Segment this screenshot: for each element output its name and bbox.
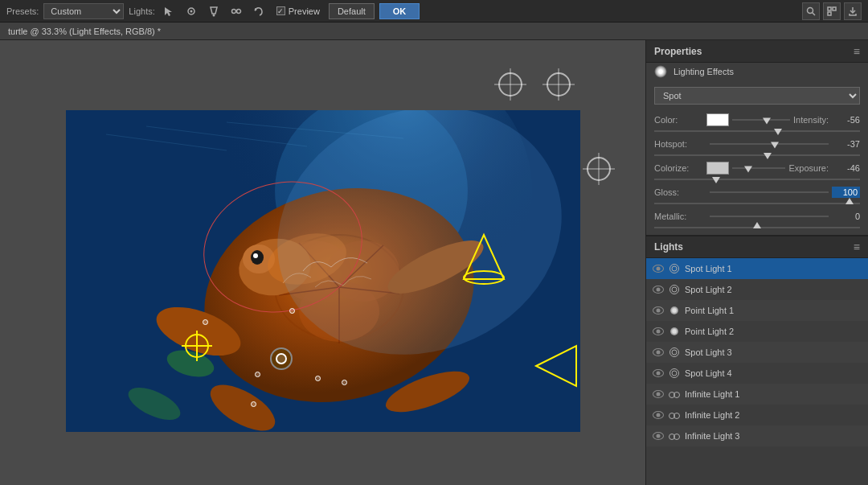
- light-type-icon: [669, 368, 680, 379]
- svg-point-2: [212, 14, 215, 16]
- light-item[interactable]: Spot Light 3: [646, 342, 868, 363]
- control-dot-4[interactable]: [315, 376, 321, 381]
- cursor-tool-btn[interactable]: [160, 2, 178, 20]
- light-type-icon: [669, 326, 680, 337]
- exposure-track[interactable]: [654, 179, 860, 180]
- preview-btn[interactable]: ✓ Preview: [272, 5, 324, 18]
- svg-rect-8: [828, 7, 831, 10]
- properties-panel-header: Properties ≡: [646, 40, 868, 63]
- metallic-track[interactable]: [654, 227, 860, 228]
- light-type-icon: [669, 347, 680, 358]
- light-item[interactable]: Point Light 2: [646, 321, 868, 342]
- light-name: Infinite Light 3: [685, 431, 862, 441]
- lights-header: Lights ≡: [646, 236, 868, 258]
- light-type-icon: [669, 409, 680, 421]
- lighting-effects-label: Lighting Effects: [674, 67, 734, 76]
- gloss-value: 100: [832, 187, 860, 198]
- svg-marker-42: [536, 346, 576, 386]
- spot-select[interactable]: Spot: [654, 87, 860, 105]
- preview-checkbox: ✓: [276, 6, 285, 15]
- lighting-effects-row: Lighting Effects: [646, 63, 868, 80]
- eye-icon[interactable]: [653, 369, 664, 377]
- lights-menu-icon[interactable]: ≡: [854, 240, 860, 253]
- hotspot-slider[interactable]: [710, 138, 829, 150]
- control-dot-3[interactable]: [255, 372, 260, 377]
- canvas-image[interactable]: [66, 110, 580, 432]
- hotspot-row: Hotspot: -37: [646, 135, 868, 153]
- corner-crosshair-1[interactable]: [498, 72, 522, 97]
- eye-icon[interactable]: [653, 390, 664, 398]
- control-dot-6[interactable]: [251, 401, 256, 407]
- spot-dropdown-row[interactable]: Spot: [654, 87, 860, 105]
- metallic-label: Metallic:: [654, 212, 706, 221]
- toolbar: Presets: Custom Lights: ✓ Preview Defaul…: [0, 0, 868, 23]
- light-name: Point Light 1: [685, 306, 862, 315]
- eye-icon[interactable]: [653, 411, 664, 419]
- intensity-track[interactable]: [654, 130, 860, 132]
- presets-select[interactable]: Custom: [43, 3, 124, 19]
- light-item[interactable]: Spot Light 1: [646, 258, 868, 279]
- svg-line-7: [813, 12, 816, 15]
- exposure-slider[interactable]: [732, 162, 785, 175]
- lights-title: Lights: [654, 241, 854, 253]
- eye-icon[interactable]: [653, 306, 664, 314]
- light-item[interactable]: Point Light 1: [646, 300, 868, 321]
- presets-label: Presets:: [6, 6, 39, 16]
- hotspot-track[interactable]: [654, 154, 860, 156]
- right-panel: Properties ≡ Lighting Effects Spot Color…: [645, 40, 868, 485]
- color-intensity-row: Color: Intensity: -56: [646, 111, 868, 129]
- canvas-content: [0, 40, 645, 485]
- gloss-track[interactable]: [654, 203, 860, 204]
- canvas-area[interactable]: [0, 40, 645, 485]
- properties-menu-icon[interactable]: ≡: [854, 45, 860, 58]
- arrange-icon-btn[interactable]: [823, 2, 841, 20]
- gloss-slider[interactable]: [710, 186, 829, 199]
- light-item[interactable]: Infinite Light 3: [646, 425, 868, 446]
- export-icon-btn[interactable]: [844, 2, 862, 20]
- light-name: Spot Light 1: [685, 264, 862, 273]
- eye-icon[interactable]: [653, 327, 664, 335]
- metallic-slider[interactable]: [710, 210, 829, 223]
- eye-icon[interactable]: [653, 348, 664, 356]
- control-dot-2[interactable]: [203, 319, 208, 325]
- colorize-exposure-row: Colorize: Exposure: -46: [646, 159, 868, 177]
- ok-btn[interactable]: OK: [379, 3, 420, 19]
- default-btn[interactable]: Default: [329, 3, 375, 19]
- intensity-slider[interactable]: [732, 113, 790, 126]
- color-label: Color:: [654, 115, 706, 125]
- main-area: Properties ≡ Lighting Effects Spot Color…: [0, 40, 868, 485]
- colorize-swatch[interactable]: [706, 162, 729, 175]
- lights-list: Spot Light 1Spot Light 2Point Light 1Poi…: [646, 258, 868, 485]
- corner-crosshair-2[interactable]: [547, 72, 571, 97]
- svg-point-6: [808, 7, 813, 13]
- corner-crosshair-3[interactable]: [587, 157, 611, 181]
- infinite-light-btn[interactable]: [227, 2, 245, 20]
- light-item[interactable]: Infinite Light 1: [646, 384, 868, 405]
- preview-label: Preview: [289, 6, 320, 16]
- light-name: Spot Light 4: [685, 368, 862, 378]
- svg-rect-9: [833, 7, 836, 10]
- control-dot-5[interactable]: [342, 380, 347, 385]
- spot-center[interactable]: [270, 347, 293, 370]
- spot-light-btn[interactable]: [205, 2, 223, 20]
- svg-rect-10: [828, 12, 831, 15]
- control-dot-1[interactable]: [289, 308, 295, 314]
- light-type-icon: [669, 263, 680, 274]
- light-type-icon: [669, 430, 680, 442]
- color-swatch[interactable]: [706, 113, 729, 126]
- eye-icon[interactable]: [653, 286, 664, 294]
- light-item[interactable]: Spot Light 4: [646, 363, 868, 384]
- light-item[interactable]: Infinite Light 2: [646, 405, 868, 425]
- yellow-crosshair-1[interactable]: [185, 334, 209, 358]
- undo-btn[interactable]: [250, 2, 268, 20]
- triangle-light-1[interactable]: [460, 231, 508, 289]
- svg-point-4: [236, 9, 240, 13]
- eye-icon[interactable]: [653, 265, 664, 273]
- light-item[interactable]: Spot Light 2: [646, 279, 868, 300]
- lights-label: Lights:: [129, 6, 154, 16]
- triangle-light-2[interactable]: [532, 342, 580, 392]
- hotspot-value: -37: [832, 139, 860, 149]
- point-light-btn[interactable]: [182, 2, 200, 20]
- eye-icon[interactable]: [653, 432, 664, 440]
- search-icon-btn[interactable]: [802, 2, 820, 20]
